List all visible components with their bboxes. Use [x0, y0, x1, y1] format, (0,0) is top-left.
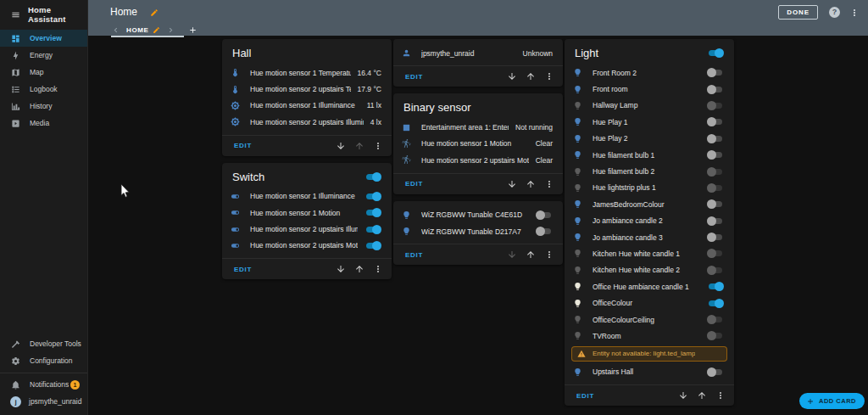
tab-home[interactable]: HOME	[126, 26, 148, 34]
move-card-down-button[interactable]	[507, 250, 517, 260]
entity-toggle[interactable]	[364, 225, 381, 234]
card-binary-sensor: Binary sensorEntertainment area 1: Enter…	[393, 93, 563, 193]
entity-state: 11 lx	[367, 101, 381, 109]
entity-row: Jo ambiance candle 2	[565, 213, 734, 229]
move-card-down-button[interactable]	[336, 141, 346, 151]
card-options-button[interactable]	[544, 179, 554, 189]
sidebar-item-developer-tools[interactable]: Developer Tools	[0, 335, 87, 352]
overflow-menu-icon[interactable]	[849, 4, 860, 20]
move-card-up-button[interactable]	[526, 71, 536, 81]
card-title-text: Switch	[232, 171, 264, 183]
lightbulb-icon	[573, 233, 582, 242]
toggle-switch-icon	[231, 192, 240, 201]
move-card-down-button[interactable]	[678, 390, 688, 401]
entity-state: 17.9 °C	[358, 85, 381, 93]
sidebar-item-overview[interactable]: Overview	[0, 30, 87, 47]
lightbulb-icon	[573, 266, 582, 275]
entity-name: OfficeColourCeiling	[593, 316, 700, 324]
entity-toggle[interactable]	[364, 241, 381, 250]
entity-toggle[interactable]	[707, 282, 724, 291]
done-button[interactable]: DONE	[778, 5, 818, 20]
card-options-button[interactable]	[373, 141, 383, 151]
sidebar-item-user[interactable]: j jpsmythe_unraid	[0, 393, 87, 410]
move-card-up-button[interactable]	[354, 141, 364, 151]
card-options-button[interactable]	[715, 390, 726, 401]
entity-row: Hue motion sensor 1 Illuminance	[222, 188, 392, 205]
bell-icon	[11, 380, 20, 390]
entity-toggle[interactable]	[364, 192, 381, 201]
entity-row: jpsmythe_unraidUnknown	[393, 45, 563, 61]
sidebar-footer-nav: Developer ToolsConfiguration	[0, 335, 87, 369]
entity-toggle[interactable]	[707, 85, 724, 94]
map-icon	[11, 68, 20, 77]
sidebar-item-media[interactable]: Media	[0, 115, 87, 132]
card-column: HallHue motion sensor 1 Temperature16.4 …	[222, 39, 392, 279]
edit-card-button[interactable]: EDIT	[405, 251, 423, 259]
entity-toggle[interactable]	[364, 208, 381, 217]
toggle-thumb	[707, 367, 716, 377]
move-card-up-button[interactable]	[526, 250, 536, 260]
edit-card-button[interactable]: EDIT	[234, 142, 252, 149]
card-actions	[507, 71, 554, 81]
entity-name: Hue motion sensor 2 upstairs Illuminance	[250, 225, 358, 233]
card-switch: SwitchHue motion sensor 1 IlluminanceHue…	[222, 163, 392, 280]
edit-card-button[interactable]: EDIT	[576, 392, 594, 400]
entity-name: Upstairs Hall	[593, 367, 700, 376]
entity-toggle[interactable]	[707, 117, 724, 126]
edit-title-pencil-icon[interactable]	[150, 4, 159, 20]
arrow-up-icon	[526, 179, 536, 189]
sidebar-item-notifications[interactable]: Notifications 1	[0, 376, 87, 393]
move-card-up-button[interactable]	[526, 179, 536, 189]
pencil-icon	[150, 8, 159, 17]
move-card-down-button[interactable]	[336, 264, 346, 274]
entity-toggle[interactable]	[707, 68, 724, 77]
entity-toggle[interactable]	[707, 134, 724, 143]
add-tab-icon[interactable]	[188, 22, 198, 37]
entity-toggle[interactable]	[707, 299, 724, 308]
sidebar-item-map[interactable]: Map	[0, 64, 87, 81]
entity-toggle[interactable]	[536, 227, 553, 236]
card-options-button[interactable]	[544, 250, 554, 260]
card-options-button[interactable]	[544, 71, 554, 81]
card-light: LightFront Room 2Front roomHallway LampH…	[565, 39, 734, 406]
entity-row: Hue Play 2	[565, 131, 734, 147]
edit-card-button[interactable]: EDIT	[234, 266, 252, 273]
edit-card-button[interactable]: EDIT	[405, 180, 423, 188]
menu-icon[interactable]	[11, 7, 20, 22]
motion-sensor-icon	[402, 155, 411, 165]
move-card-up-button[interactable]	[354, 264, 364, 274]
sidebar-header: Home Assistant	[0, 0, 87, 25]
entity-toggle[interactable]	[536, 210, 553, 220]
entity-row: Upstairs Hall	[565, 364, 734, 380]
sidebar-item-energy[interactable]: Energy	[0, 47, 87, 64]
entity-toggle[interactable]	[707, 150, 724, 160]
help-icon[interactable]: ?	[829, 7, 840, 18]
card-header-toggle[interactable]	[364, 172, 381, 182]
card-header-toggle[interactable]	[707, 48, 724, 58]
card-actions	[678, 390, 726, 401]
entity-toggle[interactable]	[707, 367, 724, 377]
entity-name: Office Hue ambiance candle 1	[593, 283, 700, 291]
move-card-down-button[interactable]	[507, 179, 517, 189]
move-card-up-button[interactable]	[697, 390, 707, 401]
card-options-button[interactable]	[373, 264, 383, 274]
arrow-up-icon	[354, 264, 364, 274]
sidebar-item-history[interactable]: History	[0, 98, 87, 115]
toggle-thumb	[715, 282, 724, 291]
entity-name: JamesBedroomColour	[593, 200, 700, 209]
entity-name: Hue motion sensor 1 Motion	[250, 209, 358, 217]
edit-card-button[interactable]: EDIT	[405, 73, 423, 81]
add-card-button[interactable]: ADD CARD	[799, 393, 865, 409]
entity-toggle[interactable]	[707, 216, 724, 226]
toggle-thumb	[707, 315, 716, 324]
sidebar-item-label: Energy	[30, 51, 53, 59]
entity-toggle[interactable]	[707, 233, 724, 242]
entity-name: Hue Play 1	[593, 118, 700, 126]
toggle-thumb	[707, 266, 716, 275]
move-card-down-button[interactable]	[507, 71, 517, 81]
dots-vertical-icon	[373, 264, 383, 274]
sidebar-item-logbook[interactable]: Logbook	[0, 81, 87, 98]
sidebar-item-configuration[interactable]: Configuration	[0, 352, 87, 369]
entity-toggle[interactable]	[707, 199, 724, 209]
toggle-thumb	[372, 208, 381, 217]
